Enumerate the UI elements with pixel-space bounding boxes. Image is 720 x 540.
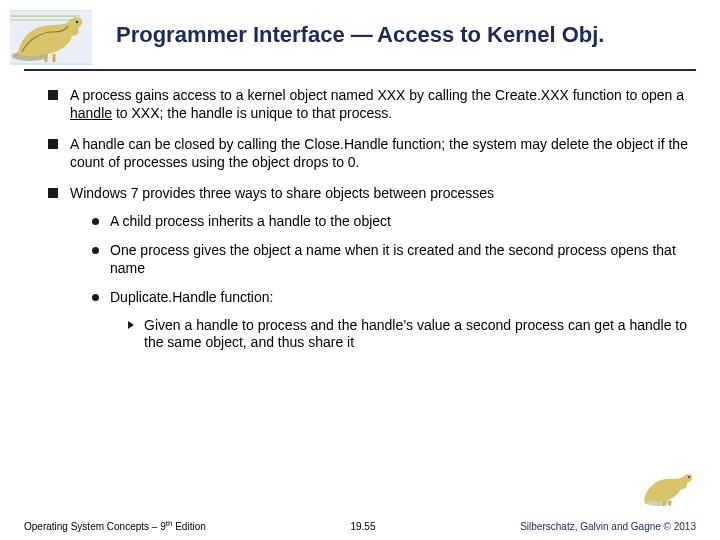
svg-point-2 [76,21,79,24]
slide: Programmer Interface — Access to Kernel … [0,0,720,540]
dinosaur-icon [10,10,92,69]
footer-page-number: 19.55 [206,521,520,532]
title-dash: — [351,22,372,47]
svg-point-6 [688,476,690,478]
footer: Operating System Concepts – 9th Edition … [0,519,720,532]
sub-bullet-1-text: A child process inherits a handle to the… [110,213,391,229]
bullet-1: A process gains access to a kernel objec… [48,87,688,122]
bullet-3-text: Windows 7 provides three ways to share o… [70,185,494,201]
title-text-post: Access to Kernel Obj. [372,22,605,47]
bullet-3: Windows 7 provides three ways to share o… [48,185,688,352]
bullet-1-post: to XXX; the handle is unique to that pro… [112,105,392,121]
sub-bullet-2: One process gives the object a name when… [92,242,688,277]
bullet-1-handle: handle [70,105,112,121]
footer-left-post: Edition [172,521,205,532]
bullet-1-pre: A process gains access to a kernel objec… [70,87,684,103]
bullet-2-text: A handle can be closed by calling the Cl… [70,136,688,170]
footer-left-pre: Operating System Concepts – 9 [24,521,166,532]
sub-bullet-2-text: One process gives the object a name when… [110,242,676,276]
bullet-2: A handle can be closed by calling the Cl… [48,136,688,171]
dinosaur-footer-icon [640,468,696,512]
slide-body: A process gains access to a kernel objec… [0,71,720,352]
title-text-pre: Programmer Interface [116,22,351,47]
sub-bullet-3: Duplicate.Handle function: Given a handl… [92,289,688,352]
sub-bullet-1: A child process inherits a handle to the… [92,213,688,231]
slide-title: Programmer Interface — Access to Kernel … [92,10,696,54]
footer-left: Operating System Concepts – 9th Edition [24,519,206,532]
sub-sub-bullet-1: Given a handle to process and the handle… [128,317,688,352]
footer-copyright: Silberschatz, Galvin and Gagne © 2013 [520,521,696,532]
sub-bullet-3-text: Duplicate.Handle function: [110,289,273,305]
sub-sub-bullet-1-text: Given a handle to process and the handle… [144,317,687,351]
title-row: Programmer Interface — Access to Kernel … [0,0,720,69]
